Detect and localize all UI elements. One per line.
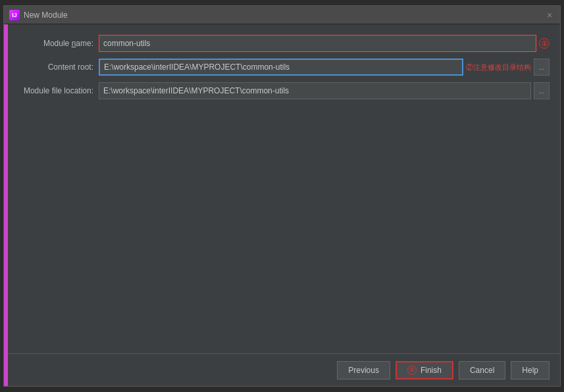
- form-content: Module name: ① Content root: ②注意修改目录结构 .…: [4, 24, 560, 353]
- content-root-annotation: ②注意修改目录结构: [466, 62, 531, 72]
- new-module-dialog: IJ New Module × Module name: ① Content r…: [3, 5, 561, 387]
- left-accent: [4, 24, 8, 386]
- module-file-location-wrapper: ...: [99, 82, 550, 99]
- module-file-location-input[interactable]: [99, 82, 531, 99]
- app-icon: IJ: [9, 10, 20, 20]
- content-root-row: Content root: ②注意修改目录结构 ...: [14, 59, 550, 76]
- title-bar-left: IJ New Module: [9, 10, 68, 20]
- module-file-location-label: Module file location:: [14, 86, 93, 95]
- module-name-wrapper: ①: [99, 35, 550, 52]
- content-root-browse-button[interactable]: ...: [534, 59, 550, 76]
- finish-button[interactable]: ② Finish: [396, 361, 453, 380]
- content-root-input[interactable]: [99, 59, 463, 76]
- cancel-button[interactable]: Cancel: [459, 361, 505, 380]
- finish-icon: ②: [407, 366, 417, 375]
- module-name-input[interactable]: [99, 35, 536, 52]
- content-root-wrapper: ②注意修改目录结构 ...: [99, 59, 550, 76]
- previous-button[interactable]: Previous: [337, 361, 390, 380]
- finish-label: Finish: [421, 366, 442, 375]
- module-file-location-browse-button[interactable]: ...: [534, 82, 550, 99]
- dialog-title: New Module: [24, 11, 68, 20]
- content-spacer: [14, 106, 550, 343]
- module-file-location-row: Module file location: ...: [14, 82, 550, 99]
- module-name-row: Module name: ①: [14, 35, 550, 52]
- content-root-label: Content root:: [14, 62, 93, 72]
- module-name-label: Module name:: [14, 39, 93, 48]
- help-button[interactable]: Help: [511, 361, 550, 380]
- bottom-bar: Previous ② Finish Cancel Help: [4, 353, 560, 386]
- module-name-info-icon[interactable]: ①: [539, 38, 550, 49]
- title-bar: IJ New Module ×: [4, 6, 560, 24]
- close-button[interactable]: ×: [544, 10, 555, 20]
